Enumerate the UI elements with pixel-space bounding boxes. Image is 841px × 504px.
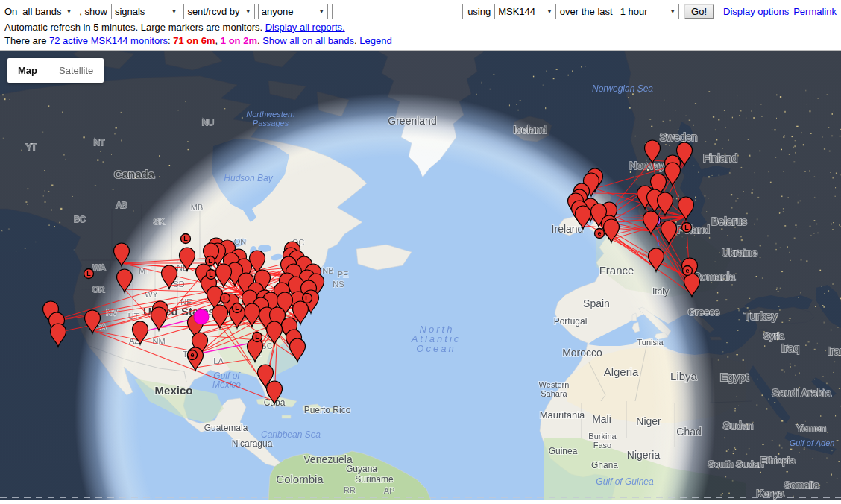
svg-text:L: L (684, 224, 689, 231)
time-select[interactable]: 1 hour▼ (617, 4, 679, 19)
map-label-guinea: Guinea (549, 446, 578, 456)
map-label-algeria: Algeria (604, 365, 639, 378)
svg-text:e: e (597, 230, 601, 237)
map-label-south-sudan: South Sudan (708, 459, 763, 470)
map-label-colombia: Colombia (276, 473, 324, 485)
map-label-wy: WY (145, 290, 158, 299)
report-marker-L[interactable]: L (253, 333, 262, 342)
chevron-down-icon: ▼ (245, 8, 251, 15)
map-label-sahara: Sahara (541, 389, 567, 398)
show-select[interactable]: signals▼ (111, 4, 181, 19)
show-all-bands-link[interactable]: Show all on all bands (262, 35, 354, 46)
show-label: , show (79, 6, 107, 17)
go-button[interactable]: Go! (684, 4, 714, 19)
report-marker-L[interactable]: L (303, 294, 312, 303)
chevron-down-icon: ▼ (66, 8, 72, 15)
map-label-gulf-of-aden: Gulf of Aden (790, 438, 835, 447)
monitors-2m-link[interactable]: 1 on 2m (221, 35, 257, 46)
report-marker-L[interactable]: L (221, 294, 230, 303)
map-label-iran: Iran (828, 345, 841, 357)
map-label-passages: Passages (253, 119, 289, 127)
map-label-nt: NT (94, 138, 105, 147)
chevron-down-icon: ▼ (171, 8, 177, 15)
map-label-portugal: Portugal (554, 316, 588, 327)
display-options-link[interactable]: Display options (723, 6, 789, 17)
overlast-label: over the last (560, 6, 613, 17)
who-select[interactable]: anyone▼ (258, 4, 328, 19)
map-label-ghana: Ghana (591, 460, 618, 470)
report-marker-L[interactable]: L (207, 270, 216, 280)
map-label-greece: Greece (688, 306, 720, 318)
report-marker-L[interactable]: L (233, 303, 242, 313)
map-label-canada: Canada (114, 168, 155, 180)
toolbar: On all bands▼ , show signals▼ sent/rcvd … (0, 0, 841, 48)
map-label-guyana: Guyana (346, 464, 377, 474)
report-marker-e[interactable]: e (595, 229, 605, 239)
chevron-down-icon: ▼ (670, 8, 675, 15)
world-map[interactable]: CanadaGreenlandIcelandMexicoGuatemalaNic… (0, 51, 841, 500)
on-label: On (4, 6, 17, 17)
chevron-down-icon: ▼ (547, 8, 552, 15)
map-label-yemen: Yemen (796, 423, 826, 434)
map-label-egypt: Egypt (720, 371, 749, 383)
map-tab[interactable]: Map (7, 65, 48, 76)
map-label-guatemala: Guatemala (204, 423, 248, 433)
map-label-bc: BC (74, 215, 85, 224)
svg-text:e: e (190, 351, 194, 359)
map-label-italy: Italy (652, 286, 669, 297)
using-label: using (467, 6, 491, 17)
legend-link[interactable]: Legend (359, 35, 391, 46)
status-line-2: There are 72 active MSK144 monitors: 71 … (4, 34, 837, 48)
map-label-mexico: Mexico (212, 379, 241, 390)
map-label-suriname: Suriname (355, 474, 394, 485)
map-label-tunisia: Tunisia (637, 338, 664, 347)
map-label-norwegian-sea: Norwegian Sea (592, 84, 653, 94)
map-label-turkey: Turkey (743, 309, 778, 322)
map-label-iraq: Iraq (781, 342, 799, 354)
map-label-somalia: Somalia (784, 479, 820, 491)
map-label-mexico: Mexico (155, 384, 193, 397)
permalink-link[interactable]: Permalink (793, 6, 837, 17)
report-marker-L[interactable]: L (84, 269, 94, 279)
filter-row: On all bands▼ , show signals▼ sent/rcvd … (4, 2, 837, 21)
map-label-chad: Chad (676, 426, 701, 438)
map-label-yt: YT (26, 142, 37, 151)
map-label-northwestern: Northwestern (246, 110, 294, 119)
report-marker-L[interactable]: L (181, 234, 191, 244)
display-all-reports-link[interactable]: Display all reports. (265, 22, 345, 33)
map-label-mauritania: Mauritania (540, 409, 585, 420)
svg-text:L: L (208, 257, 212, 265)
active-monitors-link[interactable]: 72 active MSK144 monitors (49, 35, 168, 46)
map-label-saudi-arabia: Saudi Arabia (772, 387, 831, 399)
svg-text:L: L (86, 270, 91, 277)
svg-text:L: L (305, 294, 309, 302)
svg-text:L: L (235, 304, 239, 312)
svg-text:L: L (223, 294, 227, 302)
report-marker-e[interactable]: e (188, 350, 198, 360)
report-marker-e[interactable]: e (683, 266, 693, 276)
chevron-down-icon: ▼ (318, 8, 324, 15)
mode-select[interactable]: MSK144▼ (494, 4, 556, 19)
map-label-puerto-rico: Puerto Rico (304, 405, 351, 415)
map-type-control: Map Satellite (7, 58, 104, 83)
map-label-mb: MB (191, 203, 204, 212)
map-label-belarus: Belarus (711, 215, 746, 227)
map-label-syria: Syria (763, 331, 784, 341)
map-label-rr: RR (344, 485, 356, 494)
map-label-iceland: Iceland (513, 124, 547, 136)
map-container[interactable]: Map Satellite (0, 50, 841, 500)
monitors-6m-link[interactable]: 71 on 6m (173, 35, 215, 46)
satellite-tab[interactable]: Satellite (48, 65, 104, 76)
map-label-western: Western (539, 380, 570, 389)
band-select[interactable]: all bands▼ (19, 4, 75, 19)
report-marker-L[interactable]: L (682, 223, 692, 233)
map-label-wa: WA (92, 263, 106, 272)
report-marker-L[interactable]: L (206, 256, 215, 266)
callsign-input[interactable] (332, 4, 463, 19)
monitor-marker-2m[interactable] (194, 309, 209, 324)
map-label-ab: AB (116, 201, 127, 210)
map-label-spain: Spain (583, 297, 610, 309)
direction-select[interactable]: sent/rcvd by▼ (183, 4, 254, 19)
map-label-ukraine: Ukraine (722, 247, 757, 259)
map-label-gulf-of-guinea: Gulf of Guinea (596, 476, 654, 487)
